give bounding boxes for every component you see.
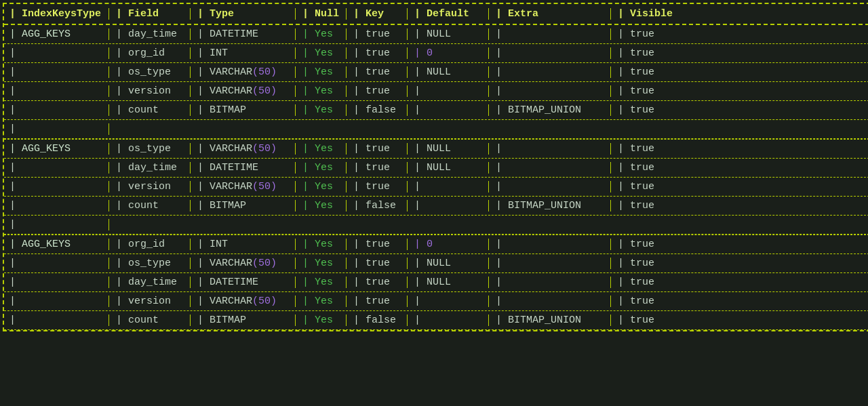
header-default: | Default xyxy=(408,8,489,20)
index-key-cell: | xyxy=(4,200,109,211)
field-cell: | day_time xyxy=(109,162,191,174)
main-table: | IndexKeysType | Field | Type | Null | … xyxy=(3,3,868,331)
table-row: | | org_id | INT | Yes | true | 0 | | tr… xyxy=(4,44,868,63)
spacer-cell: | xyxy=(4,123,109,135)
default-cell: | NULL xyxy=(408,258,489,269)
extra-cell: | xyxy=(489,277,611,288)
default-cell: | NULL xyxy=(408,277,489,288)
visible-cell: | true xyxy=(611,181,679,192)
field-cell: | day_time xyxy=(109,28,191,40)
key-cell: | true xyxy=(347,162,408,174)
default-cell: | xyxy=(408,104,489,116)
key-cell: | true xyxy=(347,296,408,307)
extra-cell: | BITMAP_UNION xyxy=(489,200,611,211)
default-cell: | xyxy=(408,85,489,97)
table-row: | | os_type | VARCHAR(50) | Yes | true |… xyxy=(4,63,868,82)
extra-cell: | xyxy=(489,239,611,250)
visible-cell: | true xyxy=(611,162,679,174)
index-key-cell: | xyxy=(4,85,109,97)
field-cell: | count xyxy=(109,200,191,211)
type-cell: | DATETIME xyxy=(191,277,296,288)
section-spacer: | xyxy=(4,120,868,139)
null-cell: | Yes xyxy=(296,85,347,97)
index-key-cell: | xyxy=(4,66,109,78)
field-cell: | version xyxy=(109,85,191,97)
key-cell: | false xyxy=(347,104,408,116)
null-cell: | Yes xyxy=(296,296,347,307)
header-indexkeystype: | IndexKeysType xyxy=(4,8,109,20)
index-key-cell: | xyxy=(4,104,109,116)
field-cell: | version xyxy=(109,181,191,192)
index-key-cell: | xyxy=(4,162,109,174)
visible-cell: | true xyxy=(611,104,679,116)
null-cell: | Yes xyxy=(296,314,347,326)
index-key-cell: | xyxy=(4,181,109,192)
key-cell: | true xyxy=(347,239,408,250)
spacer-cell: | xyxy=(4,219,109,230)
type-cell: | INT xyxy=(191,47,296,59)
visible-cell: | true xyxy=(611,200,679,211)
default-cell: | NULL xyxy=(408,162,489,174)
table-row: | | count | BITMAP | Yes | false | | BIT… xyxy=(4,101,868,120)
null-cell: | Yes xyxy=(296,104,347,116)
extra-cell: | xyxy=(489,66,611,78)
visible-cell: | true xyxy=(611,66,679,78)
header-field: | Field xyxy=(109,8,191,20)
extra-cell: | xyxy=(489,143,611,155)
header-extra: | Extra xyxy=(489,8,611,20)
field-cell: | day_time xyxy=(109,277,191,288)
index-key-cell: | xyxy=(4,277,109,288)
field-cell: | org_id xyxy=(109,239,191,250)
section-1: | AGG_KEYS | day_time | DATETIME | Yes |… xyxy=(4,25,868,139)
table-row: | | version | VARCHAR(50) | Yes | true |… xyxy=(4,178,868,197)
table-row: | | version | VARCHAR(50) | Yes | true |… xyxy=(4,82,868,101)
key-cell: | true xyxy=(347,258,408,269)
extra-cell: | xyxy=(489,258,611,269)
field-cell: | org_id xyxy=(109,47,191,59)
index-key-cell: | xyxy=(4,296,109,307)
type-cell: | VARCHAR(50) xyxy=(191,181,296,192)
field-cell: | os_type xyxy=(109,258,191,269)
null-cell: | Yes xyxy=(296,181,347,192)
null-cell: | Yes xyxy=(296,28,347,40)
null-cell: | Yes xyxy=(296,162,347,174)
null-cell: | Yes xyxy=(296,258,347,269)
index-key-cell: | xyxy=(4,47,109,59)
index-key-cell: | AGG_KEYS xyxy=(4,239,109,250)
visible-cell: | true xyxy=(611,258,679,269)
null-cell: | Yes xyxy=(296,277,347,288)
default-cell: | xyxy=(408,314,489,326)
section-spacer: | xyxy=(4,216,868,235)
table-row: | | day_time | DATETIME | Yes | true | N… xyxy=(4,159,868,178)
field-cell: | count xyxy=(109,314,191,326)
field-cell: | version xyxy=(109,296,191,307)
visible-cell: | true xyxy=(611,47,679,59)
type-cell: | BITMAP xyxy=(191,104,296,116)
visible-cell: | true xyxy=(611,277,679,288)
type-cell: | VARCHAR(50) xyxy=(191,296,296,307)
header-type: | Type xyxy=(191,8,296,20)
extra-cell: | BITMAP_UNION xyxy=(489,104,611,116)
type-cell: | BITMAP xyxy=(191,200,296,211)
default-cell: | xyxy=(408,296,489,307)
key-cell: | true xyxy=(347,47,408,59)
index-key-cell: | AGG_KEYS xyxy=(4,143,109,155)
table-row: | | os_type | VARCHAR(50) | Yes | true |… xyxy=(4,254,868,273)
visible-cell: | true xyxy=(611,239,679,250)
null-cell: | Yes xyxy=(296,200,347,211)
field-cell: | os_type xyxy=(109,66,191,78)
visible-cell: | true xyxy=(611,85,679,97)
table-row: | AGG_KEYS | day_time | DATETIME | Yes |… xyxy=(4,25,868,44)
type-cell: | VARCHAR(50) xyxy=(191,85,296,97)
field-cell: | os_type xyxy=(109,143,191,155)
index-key-cell: | xyxy=(4,314,109,326)
default-cell: | NULL xyxy=(408,66,489,78)
table-row: | | day_time | DATETIME | Yes | true | N… xyxy=(4,273,868,292)
null-cell: | Yes xyxy=(296,143,347,155)
null-cell: | Yes xyxy=(296,66,347,78)
type-cell: | VARCHAR(50) xyxy=(191,66,296,78)
extra-cell: | BITMAP_UNION xyxy=(489,314,611,326)
key-cell: | true xyxy=(347,143,408,155)
key-cell: | true xyxy=(347,66,408,78)
key-cell: | true xyxy=(347,277,408,288)
